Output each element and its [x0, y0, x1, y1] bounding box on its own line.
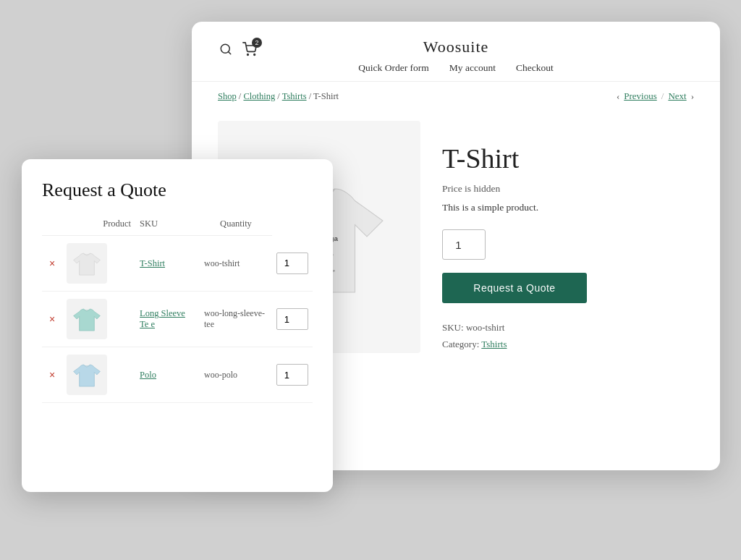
quote-table-row: × Long Sleeve Te e woo-long-sleeve-tee: [42, 292, 313, 347]
product-name-link[interactable]: Polo: [140, 370, 156, 380]
main-nav: Quick Order form My account Checkout: [213, 62, 698, 74]
remove-item-button[interactable]: ×: [46, 313, 58, 325]
request-a-quote-button[interactable]: Request a Quote: [442, 273, 587, 303]
product-sku: SKU: woo-tshirt: [442, 319, 694, 336]
product-title: T-Shirt: [442, 143, 694, 174]
breadcrumb-row: Shop / Clothing / Tshirts / T-Shirt ‹ Pr…: [192, 82, 720, 106]
remove-cell: ×: [42, 236, 62, 292]
svg-point-3: [254, 54, 255, 56]
col-sku-header: SKU: [135, 216, 200, 236]
qty-cell: [272, 236, 313, 292]
nav-checkout[interactable]: Checkout: [516, 62, 554, 74]
site-title: Woosuite: [213, 38, 698, 56]
product-name-cell: Polo: [135, 347, 200, 403]
breadcrumb-clothing[interactable]: Clothing: [243, 91, 275, 101]
chevron-right-icon: ›: [691, 90, 694, 102]
item-qty-input[interactable]: [276, 364, 308, 386]
item-sku: woo-long-sleeve-tee: [204, 308, 265, 329]
col-qty-header: Quantity: [200, 216, 272, 236]
item-thumbnail: [67, 299, 107, 339]
remove-cell: ×: [42, 347, 62, 403]
svg-point-2: [247, 54, 249, 56]
sku-cell: woo-long-sleeve-tee: [200, 292, 272, 347]
prev-next-nav: ‹ Previous / Next ›: [617, 90, 694, 102]
quote-panel-title: Request a Quote: [42, 179, 313, 201]
remove-cell: ×: [42, 292, 62, 347]
sku-cell: woo-polo: [200, 347, 272, 403]
previous-link[interactable]: Previous: [624, 90, 657, 102]
item-thumbnail: [67, 243, 107, 284]
nav-quick-order[interactable]: Quick Order form: [358, 62, 428, 74]
thumb-cell: [62, 347, 135, 403]
item-qty-input[interactable]: [276, 308, 308, 330]
qty-cell: [272, 292, 313, 347]
breadcrumb-shop[interactable]: Shop: [218, 91, 237, 101]
cart-icon[interactable]: 2: [242, 42, 257, 60]
svg-line-1: [228, 51, 230, 54]
remove-item-button[interactable]: ×: [46, 258, 58, 269]
breadcrumb-tshirts[interactable]: Tshirts: [282, 91, 307, 101]
item-qty-input[interactable]: [276, 253, 308, 274]
quote-table-row: × T-Shirt woo-tshirt: [42, 236, 313, 292]
breadcrumb-current: T-Shirt: [313, 91, 339, 101]
product-info: T-Shirt Price is hidden This is a simple…: [442, 121, 694, 353]
sku-cell: woo-tshirt: [200, 236, 272, 292]
quote-table: Product SKU Quantity × T-Shirt: [42, 216, 313, 403]
category-link[interactable]: Tshirts: [481, 339, 507, 349]
quote-table-row: × Polo woo-polo: [42, 347, 313, 403]
qty-cell: [272, 347, 313, 403]
product-name-cell: T-Shirt: [135, 236, 200, 292]
item-thumbnail: [67, 355, 107, 395]
breadcrumb: Shop / Clothing / Tshirts / T-Shirt: [218, 91, 339, 102]
item-sku: woo-tshirt: [204, 258, 240, 268]
product-description: This is a simple product.: [442, 202, 694, 213]
search-icon[interactable]: [219, 43, 232, 59]
quote-panel: Request a Quote Product SKU Quantity ×: [22, 159, 333, 492]
col-remove-header: [42, 216, 62, 236]
remove-item-button[interactable]: ×: [46, 369, 58, 381]
chevron-left-icon: ‹: [617, 90, 619, 102]
nav-my-account[interactable]: My account: [449, 62, 496, 74]
product-category: Category: Tshirts: [442, 336, 694, 352]
next-link[interactable]: Next: [668, 90, 686, 102]
item-sku: woo-polo: [204, 370, 237, 380]
product-name-link[interactable]: Long Sleeve Te e: [140, 308, 185, 329]
header-icons: 2: [219, 42, 257, 60]
product-meta: SKU: woo-tshirt Category: Tshirts: [442, 319, 694, 353]
product-name-cell: Long Sleeve Te e: [135, 292, 200, 347]
site-header: Woosuite Quick Order form My account Che…: [192, 22, 720, 82]
product-name-link[interactable]: T-Shirt: [140, 258, 165, 268]
thumb-cell: [62, 236, 135, 292]
price-hidden-text: Price is hidden: [442, 183, 694, 195]
thumb-cell: [62, 292, 135, 347]
col-product-header: Product: [62, 216, 135, 236]
quantity-input[interactable]: [442, 229, 486, 260]
cart-count: 2: [252, 38, 262, 48]
